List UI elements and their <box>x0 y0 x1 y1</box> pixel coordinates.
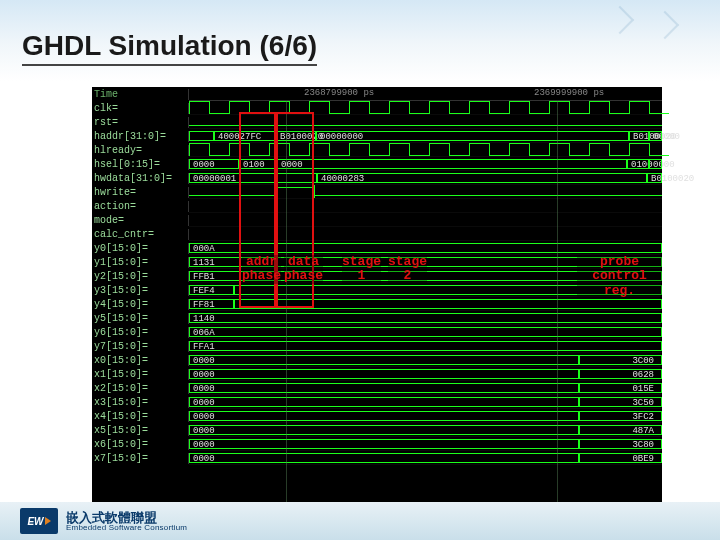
time-label: Time <box>92 89 189 100</box>
bus-value: 3C80 <box>632 440 654 450</box>
signal-name: hwrite= <box>92 187 189 198</box>
bus-value: 0000 <box>193 426 215 436</box>
signal-name: y3[15:0]= <box>92 285 189 296</box>
signal-name: x3[15:0]= <box>92 397 189 408</box>
signal-wave: 0000487A <box>189 423 662 437</box>
bus-value: 3C50 <box>632 398 654 408</box>
signal-wave: 00003FC2 <box>189 409 662 423</box>
signal-row: y6[15:0]=006A <box>92 325 662 339</box>
signal-name: x0[15:0]= <box>92 355 189 366</box>
signal-row: hwdata[31:0]=0000000140000283B0100020 <box>92 171 662 185</box>
signal-name: x4[15:0]= <box>92 411 189 422</box>
bus-value: 0000 <box>193 412 215 422</box>
logo-icon: EW <box>20 508 58 534</box>
bus-value: 0000 <box>193 440 215 450</box>
signal-name: y0[15:0]= <box>92 243 189 254</box>
bus-value: 0000 <box>193 398 215 408</box>
signal-name: rst= <box>92 117 189 128</box>
signal-name: x5[15:0]= <box>92 425 189 436</box>
bus-value: 0000 <box>193 356 215 366</box>
footer: EW 嵌入式軟體聯盟 Embedded Software Consortium <box>0 502 720 540</box>
time-axis: 2368799900 ps2369999900 ps <box>189 87 662 101</box>
bus-value: 1140 <box>193 314 215 324</box>
signal-name: y4[15:0]= <box>92 299 189 310</box>
signal-row: y5[15:0]=1140 <box>92 311 662 325</box>
bus-value: FEF4 <box>193 286 215 296</box>
signal-wave: 00003C00 <box>189 353 662 367</box>
signal-row: y0[15:0]=000A <box>92 241 662 255</box>
signal-wave: 00000628 <box>189 367 662 381</box>
bus-value: 0000 <box>193 370 215 380</box>
signal-row: y7[15:0]=FFA1 <box>92 339 662 353</box>
signal-row: rst= <box>92 115 662 129</box>
footer-en: Embedded Software Consortium <box>66 524 187 532</box>
signal-name: x2[15:0]= <box>92 383 189 394</box>
signal-wave: 1140 <box>189 311 662 325</box>
signal-name: x7[15:0]= <box>92 453 189 464</box>
signal-row: hwrite= <box>92 185 662 199</box>
signal-row: x2[15:0]=0000015E <box>92 381 662 395</box>
bus-value: 0BE9 <box>632 454 654 464</box>
signal-row: clk= <box>92 101 662 115</box>
bus-value: FF81 <box>193 300 215 310</box>
signal-wave: FFA1 <box>189 339 662 353</box>
signal-name: y7[15:0]= <box>92 341 189 352</box>
waveform-viewer: Time 2368799900 ps2369999900 ps clk=rst=… <box>92 87 662 502</box>
signal-row: mode= <box>92 213 662 227</box>
annotation: probecontrol reg. <box>577 255 662 298</box>
bus-value: 1131 <box>193 258 215 268</box>
bus-value: 0000 <box>653 160 675 170</box>
signal-row: x0[15:0]=00003C00 <box>92 353 662 367</box>
signal-name: mode= <box>92 215 189 226</box>
bus-value: FFB1 <box>193 272 215 282</box>
signal-name: y1[15:0]= <box>92 257 189 268</box>
bus-value: 00000 <box>653 132 680 142</box>
signal-row: x7[15:0]=00000BE9 <box>92 451 662 465</box>
footer-zh: 嵌入式軟體聯盟 <box>66 511 187 524</box>
slide-title: GHDL Simulation (6/6) <box>22 30 317 66</box>
bus-value: 487A <box>632 426 654 436</box>
signal-name: x1[15:0]= <box>92 369 189 380</box>
signal-wave: 006A <box>189 325 662 339</box>
signal-name: calc_cntr= <box>92 229 189 240</box>
signal-row: hsel[0:15]=00000100000001000000 <box>92 157 662 171</box>
bus-value: 0000 <box>193 384 215 394</box>
signal-wave: 00003C80 <box>189 437 662 451</box>
signal-name: clk= <box>92 103 189 114</box>
bus-value: 006A <box>193 328 215 338</box>
annotation: dataphase <box>284 255 323 284</box>
signal-row: hlready= <box>92 143 662 157</box>
bus-value: 40000283 <box>321 174 364 184</box>
time-cursor <box>557 101 558 502</box>
annotation: addrphase <box>242 255 281 284</box>
signal-name: y2[15:0]= <box>92 271 189 282</box>
signal-row: x6[15:0]=00003C80 <box>92 437 662 451</box>
bus-value: 000A <box>193 244 215 254</box>
bus-value: 0628 <box>632 370 654 380</box>
signal-row: calc_cntr= <box>92 227 662 241</box>
time-header-row: Time 2368799900 ps2369999900 ps <box>92 87 662 101</box>
signal-name: y5[15:0]= <box>92 313 189 324</box>
bus-value: 0000 <box>193 160 215 170</box>
signal-wave: 00003C50 <box>189 395 662 409</box>
signal-name: hsel[0:15]= <box>92 159 189 170</box>
signal-row: x5[15:0]=0000487A <box>92 423 662 437</box>
bus-value: 3C00 <box>632 356 654 366</box>
signal-name: hwdata[31:0]= <box>92 173 189 184</box>
footer-text: 嵌入式軟體聯盟 Embedded Software Consortium <box>66 511 187 532</box>
signal-name: action= <box>92 201 189 212</box>
annotation: stage2 <box>388 255 427 284</box>
bus-value: B0100020 <box>651 174 694 184</box>
signal-row: x1[15:0]=00000628 <box>92 367 662 381</box>
time-mark: 2369999900 ps <box>534 88 604 98</box>
signal-row: x4[15:0]=00003FC2 <box>92 409 662 423</box>
time-mark: 2368799900 ps <box>304 88 374 98</box>
signal-wave: 00000BE9 <box>189 451 662 465</box>
bus-value: 3FC2 <box>632 412 654 422</box>
bus-value: 00000001 <box>193 174 236 184</box>
slide-decoration <box>500 0 720 50</box>
signal-row: y4[15:0]=FF81 <box>92 297 662 311</box>
bus-value: 00000000 <box>320 132 363 142</box>
signal-name: hlready= <box>92 145 189 156</box>
bus-value: 0000 <box>193 454 215 464</box>
